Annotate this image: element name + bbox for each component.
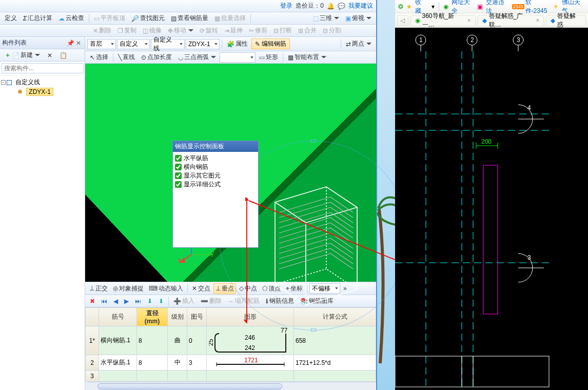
table-row[interactable]: 3 <box>86 371 376 382</box>
rebar-display-panel[interactable]: 钢筋显示控制面板 水平纵筋 横向钢筋 显示其它图元 显示详细公式 <box>172 141 259 248</box>
point-icon: ⊙ <box>141 54 146 61</box>
extend-button: ⇥延伸 <box>222 25 245 36</box>
speech-icon[interactable]: 💬 <box>338 3 345 10</box>
cad-viewport[interactable]: 1 2 3 4 3 200 <box>395 28 588 390</box>
insert-icon: ➕ <box>173 298 181 305</box>
pin-icon[interactable]: 📌 <box>66 39 74 47</box>
point-length-button[interactable]: ⊙点加长度 <box>139 52 174 63</box>
svg-rect-61 <box>483 165 498 314</box>
sidebar-title: 构件列表 <box>2 38 27 47</box>
find-element-button[interactable]: 🔎查找图元 <box>129 13 167 24</box>
rotate-button: ⟳旋转 <box>197 25 221 36</box>
collapse-icon[interactable]: − <box>1 80 6 85</box>
component-tree[interactable]: − 自定义线 ✺ ZDYX-1 <box>0 75 85 390</box>
weather-icon: ☀ <box>553 3 559 10</box>
chk-horizontal[interactable]: 水平纵筋 <box>175 154 256 163</box>
arc-icon: ◡ <box>178 54 183 61</box>
cloud-check-button[interactable]: ☁云检查 <box>56 13 87 24</box>
arc-combo[interactable] <box>220 52 256 63</box>
down-icon[interactable]: ⬇ <box>145 297 155 306</box>
intersect-button[interactable]: ✕交点 <box>190 283 212 294</box>
props-icon: 🧩 <box>227 41 234 48</box>
tab-close-icon[interactable]: × <box>467 17 471 24</box>
svg-text:242: 242 <box>245 344 255 352</box>
cloud-icon: ☁ <box>58 15 65 22</box>
delete-item-button[interactable]: ✕ <box>45 51 55 60</box>
tab-qa2[interactable]: ◆答疑解惑 <box>546 15 586 26</box>
dyninput-button[interactable]: ⌨动态输入 <box>147 283 185 294</box>
fav-icon[interactable]: ★ <box>406 3 412 10</box>
pencil-icon: ✎ <box>255 41 260 48</box>
floor-combo[interactable]: 首层 <box>87 39 116 49</box>
trim-icon: ✂ <box>249 27 254 34</box>
svg-rect-62 <box>395 356 549 387</box>
close-red-icon[interactable]: ✖ <box>87 297 97 306</box>
ortho-button[interactable]: ⊥正交 <box>87 283 110 294</box>
edit-rebar-button[interactable]: ✎编辑钢筋 <box>251 38 290 49</box>
top-view-button[interactable]: ▣俯视 <box>343 13 374 24</box>
smart-layout-button[interactable]: ▦智能布置 <box>285 52 329 63</box>
plus-icon: ＋ <box>5 51 11 60</box>
3d-view-button[interactable]: ⬚三维 <box>310 13 342 24</box>
next-icon[interactable]: ▶ <box>122 297 131 306</box>
tree-root[interactable]: 自定义线 <box>15 78 40 87</box>
category-combo[interactable]: 自定义 <box>117 39 150 49</box>
mirror-icon: ◫ <box>143 27 148 34</box>
net-icon: ◉ <box>443 3 448 10</box>
suggest-link[interactable]: 我要建议 <box>348 2 373 10</box>
tree-leaf-selected[interactable]: ZDYX-1 <box>26 88 53 96</box>
close-icon[interactable]: ✕ <box>74 39 83 47</box>
last-icon[interactable]: ⏭ <box>132 297 144 306</box>
view-rebar-button[interactable]: ▤查看钢筋量 <box>168 13 211 24</box>
glodon-app-window: 登录 造价豆：0 🔔 💬 我要建议 定义 Σ汇总计算 ☁云检查 ▭平齐板顶 🔎查… <box>0 0 377 390</box>
item-combo[interactable]: 自定义线 <box>151 39 185 49</box>
search-input[interactable] <box>2 63 84 73</box>
tab-close-icon[interactable]: × <box>536 17 539 24</box>
batch-select-button: ▦批量选择 <box>212 13 248 24</box>
select-button[interactable]: ↖选择 <box>87 52 111 63</box>
down2-icon[interactable]: ⬇ <box>156 297 166 306</box>
table-row[interactable]: 1* 横向钢筋.1 8 曲 0 25 246 242 77 <box>86 326 376 355</box>
line-button[interactable]: ╲直线 <box>115 52 138 63</box>
two-point-button[interactable]: ⇄两点 <box>343 38 374 49</box>
login-link[interactable]: 登录 <box>280 2 292 10</box>
osnap-button[interactable]: ◎对象捕捉 <box>111 283 146 294</box>
tab-icon: ◆ <box>482 17 487 24</box>
extend-icon: ⇥ <box>224 27 229 34</box>
move-button: ✥移动 <box>165 25 196 36</box>
back-button[interactable]: ◁ <box>397 15 408 26</box>
chk-other[interactable]: 显示其它图元 <box>175 171 256 180</box>
chk-formula[interactable]: 显示详细公式 <box>175 180 256 189</box>
svg-text:200: 200 <box>481 138 492 145</box>
prev-icon[interactable]: ◀ <box>111 297 121 306</box>
svg-text:1: 1 <box>419 36 423 44</box>
panel-title[interactable]: 钢筋显示控制面板 <box>173 141 258 152</box>
copy-item-button[interactable]: 📋 <box>57 51 70 60</box>
new-button[interactable]: ＋📄新建 <box>2 50 43 61</box>
id-combo[interactable]: ZDYX-1 <box>186 39 220 49</box>
line-icon: ╲ <box>118 54 122 61</box>
table-row[interactable]: 2 水平纵筋.1 8 中 3 1721 1721+12.5*d <box>86 355 376 371</box>
offset-combo[interactable]: 不偏移 <box>309 283 340 294</box>
chk-transverse[interactable]: 横向钢筋 <box>175 163 256 171</box>
folder-icon <box>7 80 12 85</box>
tab-360[interactable]: ◉360导航_新一…× <box>410 15 476 26</box>
tab-qa1[interactable]: ◆答疑解惑_广联…× <box>478 15 544 26</box>
horizontal-scrollbar[interactable] <box>87 382 376 390</box>
first-icon[interactable]: ⏮ <box>99 297 110 306</box>
delete-button: ✕删除 <box>90 25 114 36</box>
sum-calc-button[interactable]: Σ汇总计算 <box>21 13 55 24</box>
define-button[interactable]: 定义 <box>2 13 19 24</box>
arc3-button[interactable]: ◡三点画弧 <box>175 52 219 63</box>
3d-canvas[interactable]: z y x 钢筋显示控制面板 水平纵筋 横向钢筋 显示其它图元 显示详细公式 <box>85 64 376 282</box>
cursor-icon: ↖ <box>90 54 95 61</box>
annotation-line <box>246 198 247 323</box>
svg-text:3: 3 <box>527 254 531 261</box>
cube2-icon: ▣ <box>345 15 351 22</box>
properties-button[interactable]: 🧩属性 <box>224 38 250 49</box>
batch-icon: ▦ <box>214 15 220 22</box>
svg-text:4: 4 <box>527 104 531 111</box>
rect-button[interactable]: ▭矩形 <box>257 52 281 63</box>
rotate-icon: ⟳ <box>200 27 205 34</box>
bell-icon[interactable]: 🔔 <box>327 3 335 10</box>
